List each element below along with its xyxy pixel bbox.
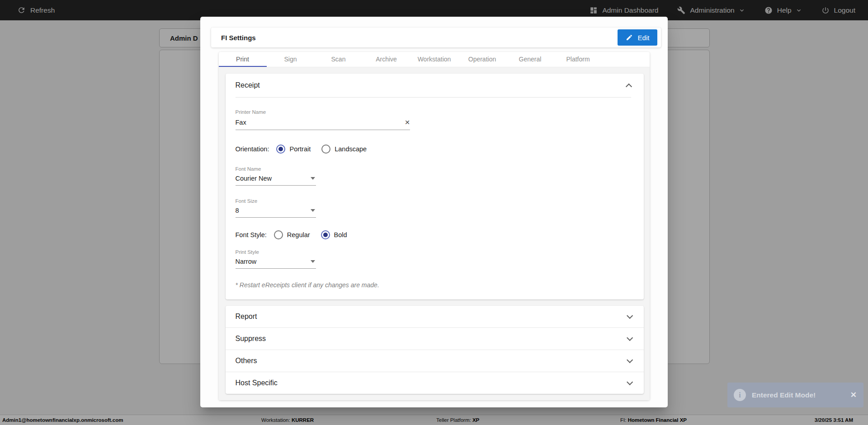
font-name-value: Courier New bbox=[236, 175, 311, 182]
others-section-title: Others bbox=[236, 357, 257, 365]
radio-landscape-label[interactable]: Landscape bbox=[335, 145, 367, 153]
others-section-header[interactable]: Others bbox=[226, 350, 644, 372]
tab-archive[interactable]: Archive bbox=[363, 52, 410, 67]
suppress-section-title: Suppress bbox=[236, 335, 266, 343]
fi-settings-dialog: FI Settings Edit Print Sign Scan Archive… bbox=[200, 17, 668, 407]
pencil-icon bbox=[626, 34, 633, 41]
radio-bold-label[interactable]: Bold bbox=[334, 231, 347, 238]
screen: Refresh Admin Dashboard Administration bbox=[0, 0, 868, 425]
report-section-title: Report bbox=[236, 313, 257, 321]
receipt-section-title: Receipt bbox=[236, 81, 260, 89]
orientation-label: Orientation: bbox=[236, 145, 269, 153]
font-style-group: Font Style: Regular Bold bbox=[236, 230, 634, 239]
tab-content: Receipt Printer Name × bbox=[219, 67, 650, 400]
radio-portrait[interactable] bbox=[276, 145, 285, 154]
tab-print[interactable]: Print bbox=[219, 52, 267, 67]
orientation-group: Orientation: Portrait Landscape bbox=[236, 145, 634, 154]
tab-sign[interactable]: Sign bbox=[267, 52, 315, 67]
chevron-down-icon bbox=[627, 335, 633, 341]
dialog-title: FI Settings bbox=[221, 34, 256, 42]
edit-button[interactable]: Edit bbox=[618, 29, 657, 46]
dialog-header: FI Settings Edit bbox=[211, 28, 661, 47]
tab-operation[interactable]: Operation bbox=[458, 52, 506, 67]
info-icon: i bbox=[734, 389, 746, 401]
dropdown-arrow-icon bbox=[311, 177, 315, 180]
accordion-group: Report Suppress Others Hos bbox=[226, 306, 644, 394]
printer-name-input[interactable] bbox=[236, 119, 405, 126]
font-size-select[interactable]: Font Size 8 bbox=[236, 198, 316, 218]
edit-button-label: Edit bbox=[638, 34, 650, 42]
host-specific-section-header[interactable]: Host Specific bbox=[226, 372, 644, 394]
receipt-section-header[interactable]: Receipt bbox=[226, 74, 644, 97]
print-style-label: Print Style bbox=[236, 249, 316, 255]
restart-note: * Restart eReceipts client if any change… bbox=[236, 281, 634, 289]
chevron-up-icon bbox=[625, 84, 632, 90]
settings-card: Print Sign Scan Archive Workstation Oper… bbox=[219, 52, 650, 400]
font-name-select[interactable]: Font Name Courier New bbox=[236, 166, 316, 186]
clear-icon[interactable]: × bbox=[405, 118, 410, 126]
tab-workstation[interactable]: Workstation bbox=[410, 52, 458, 67]
receipt-section: Receipt Printer Name × bbox=[226, 74, 644, 299]
tab-general[interactable]: General bbox=[506, 52, 554, 67]
dropdown-arrow-icon bbox=[311, 260, 315, 263]
printer-name-label: Printer Name bbox=[236, 109, 410, 115]
font-style-label: Font Style: bbox=[236, 231, 267, 238]
dropdown-arrow-icon bbox=[311, 209, 315, 212]
font-size-value: 8 bbox=[236, 207, 311, 214]
receipt-section-body: Printer Name × Orientation: Portrait L bbox=[226, 98, 644, 299]
print-style-value: Narrow bbox=[236, 258, 311, 265]
print-style-select[interactable]: Print Style Narrow bbox=[236, 249, 316, 269]
printer-name-field: Printer Name × bbox=[236, 109, 410, 130]
font-name-label: Font Name bbox=[236, 166, 316, 172]
toast-close-icon[interactable]: ✕ bbox=[850, 390, 857, 400]
radio-bold[interactable] bbox=[321, 230, 330, 239]
chevron-down-icon bbox=[627, 357, 633, 363]
toast-notification: i Entered Edit Mode! ✕ bbox=[727, 383, 863, 407]
tab-bar: Print Sign Scan Archive Workstation Oper… bbox=[219, 52, 650, 67]
radio-landscape[interactable] bbox=[321, 145, 330, 154]
radio-regular-label[interactable]: Regular bbox=[287, 231, 310, 238]
radio-portrait-label[interactable]: Portrait bbox=[289, 145, 311, 153]
radio-regular[interactable] bbox=[274, 230, 283, 239]
font-size-label: Font Size bbox=[236, 198, 316, 204]
chevron-down-icon bbox=[627, 379, 633, 385]
chevron-down-icon bbox=[627, 313, 633, 319]
host-specific-section-title: Host Specific bbox=[236, 379, 278, 387]
tab-scan[interactable]: Scan bbox=[315, 52, 363, 67]
toast-message: Entered Edit Mode! bbox=[752, 391, 816, 399]
report-section-header[interactable]: Report bbox=[226, 306, 644, 327]
suppress-section-header[interactable]: Suppress bbox=[226, 328, 644, 350]
tab-platform[interactable]: Platform bbox=[554, 52, 602, 67]
